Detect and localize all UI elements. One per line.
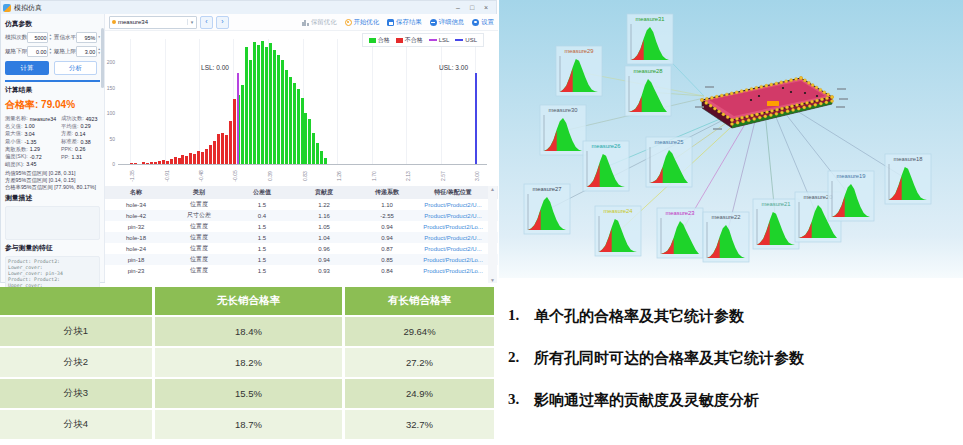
toolbar-button-label: 保留优化 <box>311 18 337 27</box>
prev-measure-button[interactable]: ‹ <box>200 16 213 29</box>
summary-cell: 分块2 <box>0 348 155 379</box>
analyze-button[interactable]: 分析 <box>54 61 97 75</box>
histogram-bar <box>221 133 224 164</box>
note-item: 3.影响通过率的贡献度及灵敏度分析 <box>508 391 759 410</box>
stat-row: 峭度(K):3.45 <box>5 161 59 169</box>
x-tick-label: 0.39 <box>267 165 273 187</box>
histogram-bar <box>209 145 212 164</box>
measure-card-label: measure30 <box>548 107 577 113</box>
column-header[interactable]: 公差值 <box>231 188 293 197</box>
column-header[interactable]: 传递系数 <box>355 188 419 197</box>
table-scrollbar[interactable]: ▲▼ <box>488 186 497 283</box>
histogram-bar <box>193 154 196 164</box>
histogram-chart: -1.35-0.91-0.48-0.050.390.831.261.702.13… <box>105 31 498 186</box>
param-input[interactable]: 95% <box>76 32 97 43</box>
column-header[interactable]: 类别 <box>167 188 231 197</box>
stat-row: 偏度(SK):-0.72 <box>5 153 59 161</box>
measure-card: measure24 <box>595 206 641 256</box>
table-row[interactable]: pin-32位置度1.51.050.94Product/Product2/Lo.… <box>105 221 498 232</box>
measure-description-box[interactable] <box>5 206 100 240</box>
column-header[interactable]: 名称 <box>105 188 167 197</box>
assembly-path-link[interactable]: Product/Product2/Lo... <box>419 257 487 263</box>
param-input[interactable]: 3.00 <box>76 46 97 57</box>
summary-cell: 18.4% <box>155 317 345 348</box>
assembly-path-link[interactable]: Product/Product2/Lo... <box>419 224 487 230</box>
table-row[interactable]: pin-18位置度1.50.940.85Product/Product2/Lo.… <box>105 254 498 265</box>
table-row[interactable]: hole-34位置度1.51.221.10Product/Product2/U.… <box>105 199 498 210</box>
histogram-bar <box>324 158 327 164</box>
stat-row: PPK:0.26 <box>61 145 103 153</box>
param-input[interactable]: 0.00 <box>27 46 48 57</box>
param-input[interactable]: 5000 <box>27 32 48 43</box>
stats-right-column: 成功次数:4923平均值:0.29方差:0.14标准差:0.38PPK:0.26… <box>61 115 103 161</box>
calc-button[interactable]: 计算 <box>5 61 49 75</box>
table-cell: 位置度 <box>167 233 231 242</box>
table-cell: 位置度 <box>167 266 231 275</box>
measure-card-label: measure29 <box>564 48 593 54</box>
measure-card-label: measure22 <box>711 214 740 220</box>
column-header[interactable]: 贡献度 <box>293 188 355 197</box>
save-button[interactable]: 保存结果 <box>387 18 422 27</box>
table-cell: 1.04 <box>293 235 355 241</box>
chevron-down-icon[interactable]: ▾ <box>98 36 100 40</box>
table-cell: 0.93 <box>293 268 355 274</box>
toolbar-button-label: 开始优化 <box>354 18 380 27</box>
measure-card-label: measure31 <box>635 16 664 22</box>
confidence-interval: 合格率95%置信区间 [77.90%, 80.17%] <box>5 184 100 191</box>
legend-item: USL <box>455 37 477 43</box>
histogram-bar <box>205 149 208 164</box>
sidebar-scrollbar[interactable] <box>101 28 104 88</box>
measure-select[interactable]: measure34 ▾ <box>109 16 197 29</box>
measure-card: measure28 <box>625 66 671 116</box>
x-tick-label: 3.00 <box>474 165 480 187</box>
target-button[interactable]: 开始优化 <box>345 18 380 27</box>
next-measure-button[interactable]: › <box>216 16 229 29</box>
histogram-bar <box>166 161 169 164</box>
minimize-icon[interactable]: – <box>451 4 465 11</box>
histogram-bar <box>253 42 256 164</box>
table-row[interactable]: hole-42尺寸公差0.41.16-2.55Product/Product2/… <box>105 210 498 221</box>
gear-button[interactable]: 设置 <box>472 18 494 27</box>
measure-card-label: measure28 <box>633 68 662 74</box>
y-tick-label: 0 <box>105 161 115 167</box>
table-cell: hole-34 <box>105 202 167 208</box>
table-row[interactable]: pin-23位置度1.50.930.84Product/Product2/Lo.… <box>105 265 498 276</box>
spinner-icon[interactable]: ▴▾ <box>49 48 51 55</box>
stat-row: 平均值:0.29 <box>61 123 103 131</box>
column-header[interactable]: 特征/装配位置 <box>419 188 487 197</box>
summary-column-header <box>0 287 155 317</box>
assembly-path-link[interactable]: Product/Product2/Lo... <box>419 268 487 274</box>
viewport-3d[interactable]: measure31measure29measure28measure30meas… <box>499 0 963 283</box>
assembly-path-link[interactable]: Product/Product2/U... <box>419 213 487 219</box>
histogram-bar <box>301 98 304 164</box>
table-cell: 1.5 <box>231 268 293 274</box>
table-cell: hole-18 <box>105 235 167 241</box>
table-row[interactable]: hole-18位置度1.51.040.94Product/Product2/U.… <box>105 232 498 243</box>
note-item: 2.所有孔同时可达的合格率及其它统计参数 <box>508 349 804 368</box>
chevron-down-icon[interactable]: ▾ <box>187 19 196 25</box>
info-button[interactable]: 详细信息 <box>430 18 465 27</box>
gridline <box>199 39 200 164</box>
param-label: 规格上限 <box>54 48 76 56</box>
legend-swatch <box>396 38 403 43</box>
assembly-path-link[interactable]: Product/Product2/U... <box>419 235 487 241</box>
x-tick-label: -0.48 <box>198 165 204 187</box>
histogram-bar <box>189 153 192 164</box>
table-row[interactable]: hole-24位置度1.50.960.87Product/Product2/U.… <box>105 243 498 254</box>
measure-card: measure31 <box>627 14 673 64</box>
histogram-bar <box>261 41 264 164</box>
table-cell: 1.5 <box>231 257 293 263</box>
measure-card: measure30 <box>540 105 586 155</box>
y-tick-label: 100 <box>105 110 115 116</box>
maximize-icon[interactable]: □ <box>465 4 479 11</box>
stat-row: 方差:0.14 <box>61 130 103 138</box>
assembly-path-link[interactable]: Product/Product2/U... <box>419 202 487 208</box>
histogram-bar <box>320 151 323 164</box>
close-icon[interactable]: × <box>479 4 493 11</box>
gridline <box>337 39 338 164</box>
histogram-bar <box>197 151 200 164</box>
spinner-icon[interactable]: ▴▾ <box>49 34 51 41</box>
spinner-icon[interactable]: ▴▾ <box>98 48 100 55</box>
chart-button[interactable]: 保留优化 <box>302 18 337 27</box>
assembly-path-link[interactable]: Product/Product2/U... <box>419 246 487 252</box>
